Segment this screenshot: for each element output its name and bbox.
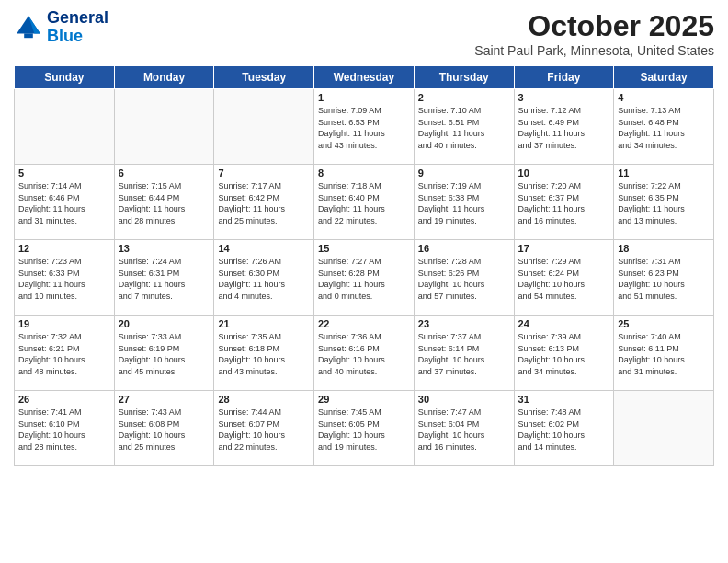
day-number: 3 [518,92,610,103]
day-info: Sunrise: 7:36 AM Sunset: 6:16 PM Dayligh… [318,331,410,377]
logo-text: General Blue [47,9,108,46]
day-info: Sunrise: 7:40 AM Sunset: 6:11 PM Dayligh… [618,331,710,377]
day-info: Sunrise: 7:32 AM Sunset: 6:21 PM Dayligh… [18,331,110,377]
day-info: Sunrise: 7:26 AM Sunset: 6:30 PM Dayligh… [218,256,310,302]
day-number: 9 [418,167,510,178]
day-number: 21 [218,318,310,329]
day-info: Sunrise: 7:14 AM Sunset: 6:46 PM Dayligh… [18,180,110,226]
calendar-cell: 21Sunrise: 7:35 AM Sunset: 6:18 PM Dayli… [214,316,314,391]
day-info: Sunrise: 7:13 AM Sunset: 6:48 PM Dayligh… [618,105,710,151]
day-number: 31 [518,394,610,405]
day-number: 27 [119,394,210,405]
calendar-cell: 5Sunrise: 7:14 AM Sunset: 6:46 PM Daylig… [15,165,115,240]
calendar-cell: 12Sunrise: 7:23 AM Sunset: 6:33 PM Dayli… [15,240,115,316]
svg-rect-2 [24,33,33,38]
calendar-cell [15,89,115,165]
calendar-cell: 6Sunrise: 7:15 AM Sunset: 6:44 PM Daylig… [114,165,214,240]
calendar-cell [214,89,314,165]
day-number: 20 [119,318,210,329]
logo: General Blue [14,9,108,46]
day-number: 29 [318,394,410,405]
calendar-cell: 1Sunrise: 7:09 AM Sunset: 6:53 PM Daylig… [314,89,415,165]
calendar-cell: 18Sunrise: 7:31 AM Sunset: 6:23 PM Dayli… [614,240,714,316]
day-info: Sunrise: 7:15 AM Sunset: 6:44 PM Dayligh… [119,180,210,226]
calendar-cell: 10Sunrise: 7:20 AM Sunset: 6:37 PM Dayli… [514,165,614,240]
day-info: Sunrise: 7:48 AM Sunset: 6:02 PM Dayligh… [518,407,610,453]
month-title: October 2025 [474,9,714,43]
day-number: 18 [618,243,710,254]
calendar-week-2: 5Sunrise: 7:14 AM Sunset: 6:46 PM Daylig… [15,165,714,240]
weekday-header-saturday: Saturday [614,66,714,89]
weekday-header-sunday: Sunday [15,66,115,89]
weekday-header-thursday: Thursday [414,66,514,89]
day-number: 22 [318,318,410,329]
day-info: Sunrise: 7:22 AM Sunset: 6:35 PM Dayligh… [618,180,710,226]
day-info: Sunrise: 7:10 AM Sunset: 6:51 PM Dayligh… [418,105,510,151]
calendar-cell: 20Sunrise: 7:33 AM Sunset: 6:19 PM Dayli… [114,316,214,391]
title-block: October 2025 Saint Paul Park, Minnesota,… [474,9,714,58]
day-number: 17 [518,243,610,254]
calendar-cell: 22Sunrise: 7:36 AM Sunset: 6:16 PM Dayli… [314,316,415,391]
calendar-cell: 29Sunrise: 7:45 AM Sunset: 6:05 PM Dayli… [314,391,415,466]
calendar-cell: 28Sunrise: 7:44 AM Sunset: 6:07 PM Dayli… [214,391,314,466]
calendar-cell: 11Sunrise: 7:22 AM Sunset: 6:35 PM Dayli… [614,165,714,240]
day-number: 13 [119,243,210,254]
day-info: Sunrise: 7:24 AM Sunset: 6:31 PM Dayligh… [119,256,210,302]
calendar-cell [114,89,214,165]
day-number: 16 [418,243,510,254]
day-info: Sunrise: 7:35 AM Sunset: 6:18 PM Dayligh… [218,331,310,377]
day-info: Sunrise: 7:47 AM Sunset: 6:04 PM Dayligh… [418,407,510,453]
day-number: 12 [18,243,110,254]
day-info: Sunrise: 7:45 AM Sunset: 6:05 PM Dayligh… [318,407,410,453]
day-number: 5 [18,167,110,178]
day-number: 30 [418,394,510,405]
calendar-cell: 26Sunrise: 7:41 AM Sunset: 6:10 PM Dayli… [15,391,115,466]
day-info: Sunrise: 7:31 AM Sunset: 6:23 PM Dayligh… [618,256,710,302]
day-info: Sunrise: 7:09 AM Sunset: 6:53 PM Dayligh… [318,105,410,151]
calendar-cell: 3Sunrise: 7:12 AM Sunset: 6:49 PM Daylig… [514,89,614,165]
calendar-cell: 8Sunrise: 7:18 AM Sunset: 6:40 PM Daylig… [314,165,415,240]
day-info: Sunrise: 7:39 AM Sunset: 6:13 PM Dayligh… [518,331,610,377]
logo-line1: General [47,9,108,28]
calendar-cell: 27Sunrise: 7:43 AM Sunset: 6:08 PM Dayli… [114,391,214,466]
day-info: Sunrise: 7:44 AM Sunset: 6:07 PM Dayligh… [218,407,310,453]
calendar-cell: 30Sunrise: 7:47 AM Sunset: 6:04 PM Dayli… [414,391,514,466]
day-info: Sunrise: 7:23 AM Sunset: 6:33 PM Dayligh… [18,256,110,302]
day-number: 11 [618,167,710,178]
page: General Blue October 2025 Saint Paul Par… [0,0,728,563]
day-number: 14 [218,243,310,254]
calendar-cell: 9Sunrise: 7:19 AM Sunset: 6:38 PM Daylig… [414,165,514,240]
day-number: 25 [618,318,710,329]
day-info: Sunrise: 7:20 AM Sunset: 6:37 PM Dayligh… [518,180,610,226]
day-info: Sunrise: 7:28 AM Sunset: 6:26 PM Dayligh… [418,256,510,302]
day-number: 7 [218,167,310,178]
day-number: 23 [418,318,510,329]
day-number: 15 [318,243,410,254]
calendar-cell: 24Sunrise: 7:39 AM Sunset: 6:13 PM Dayli… [514,316,614,391]
calendar-cell: 17Sunrise: 7:29 AM Sunset: 6:24 PM Dayli… [514,240,614,316]
day-info: Sunrise: 7:19 AM Sunset: 6:38 PM Dayligh… [418,180,510,226]
calendar-cell: 19Sunrise: 7:32 AM Sunset: 6:21 PM Dayli… [15,316,115,391]
weekday-header-monday: Monday [114,66,214,89]
day-number: 8 [318,167,410,178]
day-number: 26 [18,394,110,405]
logo-line2: Blue [47,28,108,46]
day-number: 10 [518,167,610,178]
day-info: Sunrise: 7:29 AM Sunset: 6:24 PM Dayligh… [518,256,610,302]
calendar-cell: 16Sunrise: 7:28 AM Sunset: 6:26 PM Dayli… [414,240,514,316]
calendar-week-4: 19Sunrise: 7:32 AM Sunset: 6:21 PM Dayli… [15,316,714,391]
day-number: 1 [318,92,410,103]
calendar-cell: 15Sunrise: 7:27 AM Sunset: 6:28 PM Dayli… [314,240,415,316]
day-number: 2 [418,92,510,103]
location: Saint Paul Park, Minnesota, United State… [474,43,714,58]
calendar-cell: 23Sunrise: 7:37 AM Sunset: 6:14 PM Dayli… [414,316,514,391]
calendar-cell: 14Sunrise: 7:26 AM Sunset: 6:30 PM Dayli… [214,240,314,316]
day-number: 6 [119,167,210,178]
logo-icon [14,13,43,42]
calendar-cell: 7Sunrise: 7:17 AM Sunset: 6:42 PM Daylig… [214,165,314,240]
calendar-week-3: 12Sunrise: 7:23 AM Sunset: 6:33 PM Dayli… [15,240,714,316]
calendar-cell: 31Sunrise: 7:48 AM Sunset: 6:02 PM Dayli… [514,391,614,466]
calendar-week-1: 1Sunrise: 7:09 AM Sunset: 6:53 PM Daylig… [15,89,714,165]
calendar-week-5: 26Sunrise: 7:41 AM Sunset: 6:10 PM Dayli… [15,391,714,466]
day-info: Sunrise: 7:27 AM Sunset: 6:28 PM Dayligh… [318,256,410,302]
